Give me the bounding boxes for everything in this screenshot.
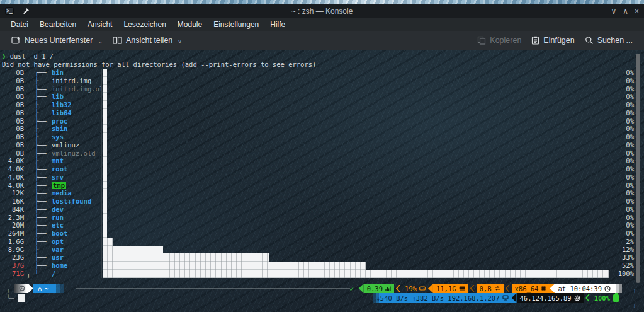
dust-percent: 0% <box>606 133 634 141</box>
dust-percent: 0% <box>606 165 634 173</box>
dust-percent: 0% <box>606 173 634 182</box>
disk-usage-segment: 19% <box>402 285 428 292</box>
minimize-button[interactable]: ∨ <box>611 7 616 16</box>
close-button[interactable]: × <box>635 7 639 16</box>
new-tab-button[interactable]: Neues Unterfenster ⌄ <box>6 33 108 47</box>
dust-row: 37G ├──home52% <box>0 262 644 270</box>
terminal-viewport[interactable]: ❯ dust -d 1 / Did not have permissions f… <box>0 50 644 312</box>
dust-size: 1.6G <box>5 238 24 246</box>
menu-datei[interactable]: Datei <box>5 19 34 30</box>
dust-name: sbin <box>52 125 67 132</box>
dust-size: 4.0K <box>5 165 24 173</box>
dust-bar <box>103 262 366 270</box>
dust-name: tmp <box>52 182 66 189</box>
dust-size: 8.9G <box>5 246 24 254</box>
titlebar[interactable]: >_ ~ : zsh — Konsole ∨ ∧ × <box>0 4 644 18</box>
menu-einstellungen[interactable]: Einstellungen <box>208 19 264 30</box>
terminal-scrollbar[interactable] <box>636 54 640 283</box>
segment-joint <box>550 284 555 293</box>
dust-percent: 12% <box>606 246 634 254</box>
copy-button[interactable]: Kopieren <box>472 33 526 47</box>
dust-name: srv <box>52 173 64 181</box>
dust-name: lib64 <box>52 109 72 117</box>
split-view-button[interactable]: Ansicht teilen ∨ <box>108 33 187 47</box>
cpu-icon <box>541 286 546 291</box>
dust-size: 2.3M <box>5 214 24 222</box>
new-tab-dropdown-caret[interactable]: ⌄ <box>98 38 103 45</box>
dust-row: 20M ├──etc0% <box>0 221 644 229</box>
dust-bar <box>103 173 107 182</box>
maximize-button[interactable]: ∧ <box>623 7 628 16</box>
dust-percent: 52% <box>606 262 634 270</box>
battery-icon <box>613 294 619 302</box>
tree-branch: ├── <box>26 101 52 109</box>
tree-branch: ├── <box>26 141 52 149</box>
os-segment <box>14 284 28 293</box>
chevron-down-icon: ∨ <box>178 38 182 45</box>
dust-row: 4.0K ├──mnt0% <box>0 157 644 165</box>
paste-icon <box>531 36 539 45</box>
dust-row: 4.0K ├──tmp0% <box>0 182 644 190</box>
menu-module[interactable]: Module <box>172 19 208 30</box>
tree-branch: ├── <box>26 246 52 254</box>
tree-branch: ├── <box>26 165 52 173</box>
tree-branch: ├── <box>26 125 52 133</box>
tree-branch: ├── <box>26 238 52 246</box>
dust-size: 0B <box>5 69 24 77</box>
dust-name: vmlinuz <box>52 141 79 149</box>
hdd-icon <box>419 285 426 292</box>
status-line1-right: ✓ 0.39 19% 11,1G <box>349 284 625 293</box>
dust-percent: 0% <box>606 69 634 77</box>
dust-percent: 0% <box>606 109 634 117</box>
dust-percent: 0% <box>606 157 634 165</box>
home-icon: ⌂ <box>38 285 42 292</box>
bar-axis-left <box>101 69 101 278</box>
dust-bar <box>103 197 107 205</box>
dust-bar <box>103 165 107 173</box>
search-button[interactable]: Suchen ... <box>580 33 638 47</box>
paste-button[interactable]: Einfügen <box>526 33 579 47</box>
search-icon <box>585 36 594 45</box>
dust-bar <box>103 101 107 109</box>
tree-branch: ├── <box>26 221 52 229</box>
dust-name: media <box>52 189 72 197</box>
prompt-symbol: ❯ <box>2 52 6 60</box>
dust-bar <box>103 229 107 238</box>
dust-percent: 0% <box>606 205 634 214</box>
segment-chevron <box>585 294 590 301</box>
tree-branch: ├── <box>26 189 52 197</box>
dust-name: bin <box>52 69 64 76</box>
tree-branch: ├── <box>26 262 52 270</box>
segment-chevron <box>396 285 400 292</box>
dust-percent: 0% <box>606 149 634 158</box>
dust-size: 0B <box>5 101 24 109</box>
menu-hilfe[interactable]: Hilfe <box>264 19 291 30</box>
dir-segment-fade <box>53 284 67 293</box>
dust-percent: 2% <box>606 238 634 246</box>
dust-percent: 0% <box>606 197 634 205</box>
dust-size: 0B <box>5 133 24 141</box>
dust-size: 264M <box>5 229 24 238</box>
network-segment: ↓540 B/s ↑382 B/s 192.168.1.207 <box>373 293 512 303</box>
time-segment-fade <box>614 284 625 293</box>
dust-row: 0B ├──lib640% <box>0 109 644 117</box>
split-view-icon <box>113 36 122 45</box>
clock-icon <box>604 286 611 292</box>
tree-branch: ├── <box>26 85 52 93</box>
menu-bearbeiten[interactable]: Bearbeiten <box>34 19 82 30</box>
tree-branch: ├── <box>26 117 52 125</box>
load-segment: 0.39 <box>364 284 394 293</box>
desktop-wallpaper-strip <box>0 0 644 4</box>
dust-name: etc <box>52 221 64 229</box>
dust-size: 0B <box>5 149 24 158</box>
menu-ansicht[interactable]: Ansicht <box>82 19 118 30</box>
time-segment: at 10:04:39 <box>555 284 614 293</box>
dust-size: 71G <box>5 270 24 278</box>
dust-percent: 0% <box>606 182 634 190</box>
dust-name: usr <box>52 253 64 261</box>
dust-percent: 100% <box>606 270 634 278</box>
menu-lesezeichen[interactable]: Lesezeichen <box>118 19 171 30</box>
tree-branch: ├── <box>26 173 52 182</box>
dust-warning-line: Did not have permissions for all directo… <box>2 61 316 69</box>
dust-name: dev <box>52 205 64 213</box>
